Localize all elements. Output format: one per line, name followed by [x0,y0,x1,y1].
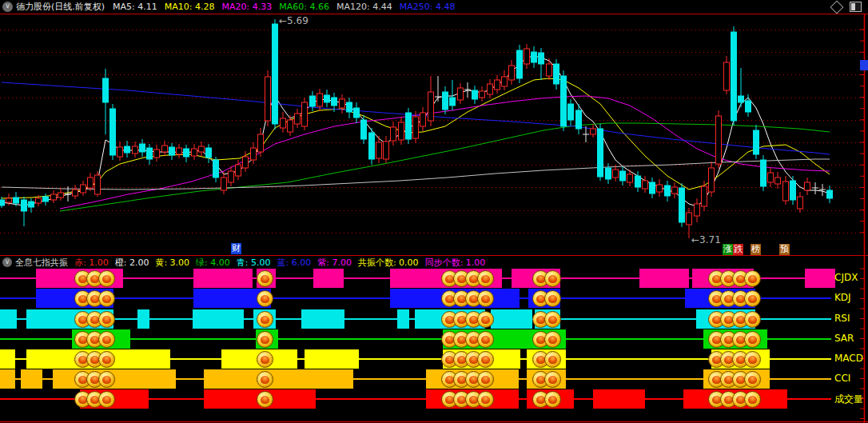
gold-coin-icon [98,311,115,328]
gold-coin-icon [477,331,494,348]
gold-coin-icon [257,331,273,348]
indicator-row-label-CJDX[interactable]: CJDX [834,272,858,283]
gold-coin-icon [544,311,561,328]
axis-price-tag [860,60,868,70]
gold-coin-icon [257,351,273,368]
indicator-param: 共振个数: 0.00 [358,257,419,268]
gold-coin-icon [257,311,273,328]
gold-coin-icon [98,371,115,388]
gold-coin-icon [477,371,494,388]
event-badge-财[interactable]: 财 [231,243,241,254]
high-price-annotation: ←5.69 [279,15,309,26]
gold-coin-icon [98,290,115,307]
gold-coin-icon [477,391,494,408]
indicator-row-label-CCI[interactable]: CCI [834,373,850,384]
gold-coin-icon [744,391,761,408]
gold-coin-icon [477,311,494,328]
indicator-row-label-成交量[interactable]: 成交量 [834,393,863,406]
low-price-annotation: ←3.71 [691,234,721,245]
gold-coin-icon [257,290,273,307]
gold-coin-icon [257,371,273,388]
indicator-param: 绿: 4.00 [196,257,230,268]
gold-coin-icon [544,351,561,368]
indicator-param: 青: 5.00 [237,257,271,268]
indicator-param: 赤: 1.00 [74,257,109,268]
indicator-name[interactable]: 全息七指共振 [15,257,68,269]
indicator-params: 赤: 1.00橙: 2.00黄: 3.00绿: 4.00青: 5.00蓝: 6.… [74,257,492,269]
gold-coin-icon [744,371,761,388]
gold-coin-icon [257,270,273,287]
gold-coin-icon [744,270,761,287]
chevron-down-icon[interactable]: ∨ [2,257,12,267]
gold-coin-icon [544,331,561,348]
indicator-row-label-RSI[interactable]: RSI [834,313,850,324]
indicator-row-label-KDJ[interactable]: KDJ [834,292,851,303]
gold-coin-icon [98,270,115,287]
event-badge-跌[interactable]: 跌 [733,244,743,255]
gold-coin-icon [98,331,115,348]
gold-coin-icon [544,391,561,408]
event-badge-预[interactable]: 预 [779,244,790,255]
indicator-param: 同步个数: 1.00 [425,257,486,268]
indicator-param: 橙: 2.00 [115,257,149,268]
gold-coin-icon [477,290,494,307]
gold-coin-icon [477,351,494,368]
event-badge-榜[interactable]: 榜 [751,244,761,255]
indicator-param: 黄: 3.00 [155,257,189,268]
gold-coin-icon [744,351,761,368]
gold-coin-icon [98,391,115,408]
gold-coin-icon [98,351,115,368]
gold-coin-icon [257,391,273,408]
gold-coin-icon [744,290,761,307]
indicator-param: 蓝: 6.00 [277,257,312,268]
indicator-header: ∨ 全息七指共振 赤: 1.00橙: 2.00黄: 3.00绿: 4.00青: … [0,255,868,269]
gold-coin-icon [477,270,494,287]
indicator-row-label-MACD[interactable]: MACD [834,353,863,364]
gold-coin-icon [744,311,761,328]
gold-coin-icon [744,331,761,348]
indicator-param: 紫: 7.00 [317,257,352,268]
event-badge-涨[interactable]: 涨 [723,244,733,255]
gold-coin-icon [544,371,561,388]
trading-app-window: ∨ 德力股份(日线.前复权) MA5: 4.11MA10: 4.28MA20: … [0,0,868,423]
gold-coin-icon [544,290,561,307]
gold-coin-icon [544,270,561,287]
indicator-row-label-SAR[interactable]: SAR [834,333,854,344]
